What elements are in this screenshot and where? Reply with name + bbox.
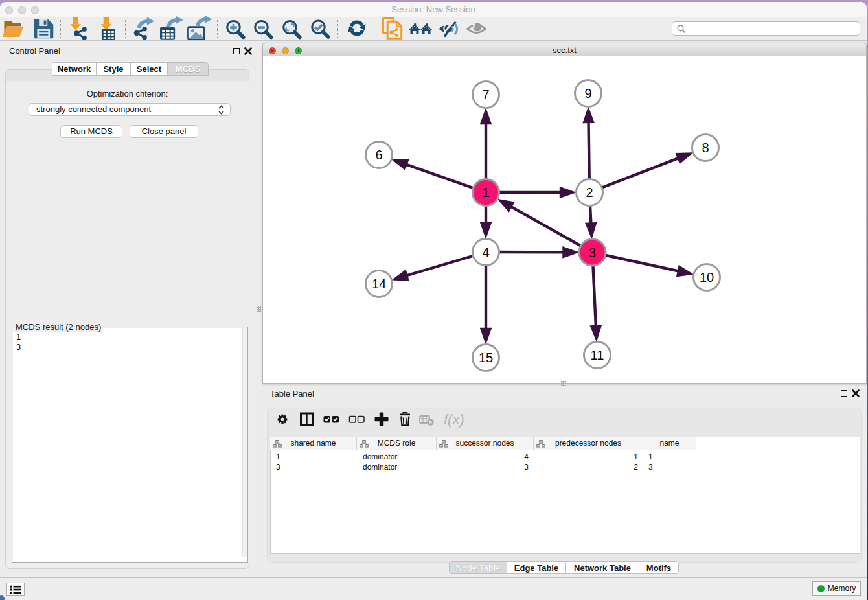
svg-text:2: 2 xyxy=(586,185,593,200)
svg-text:4: 4 xyxy=(482,245,489,259)
svg-text:10: 10 xyxy=(700,270,714,284)
svg-text:15: 15 xyxy=(479,351,493,365)
svg-text:3: 3 xyxy=(589,246,596,260)
svg-text:14: 14 xyxy=(372,277,386,291)
svg-text:f(x): f(x) xyxy=(444,411,464,428)
svg-text:8: 8 xyxy=(702,141,709,155)
svg-text:9: 9 xyxy=(584,86,591,100)
svg-text:1: 1 xyxy=(482,185,489,200)
svg-text:6: 6 xyxy=(375,148,382,162)
svg-text:7: 7 xyxy=(482,87,489,102)
svg-text:11: 11 xyxy=(591,348,604,362)
